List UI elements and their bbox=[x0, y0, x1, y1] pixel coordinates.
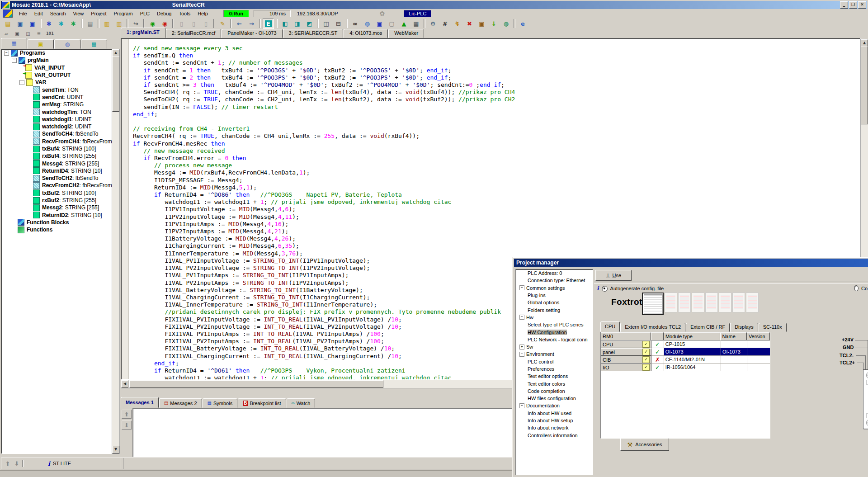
pm-tree-item[interactable]: Connection type: Ethernet bbox=[516, 277, 593, 284]
pm-tree-item[interactable]: PLC Network - logical conn bbox=[516, 336, 593, 343]
save-all-icon[interactable]: ▣ bbox=[27, 18, 38, 29]
editor-tab[interactable]: 2: SerialRecCR.mcf bbox=[166, 29, 222, 38]
message-tab[interactable]: ▦Symbols bbox=[203, 398, 238, 408]
next-doc-icon[interactable]: → bbox=[246, 18, 257, 29]
tree-item[interactable]: RecvFromCH4 : fbRecvFrom bbox=[1, 138, 113, 145]
menu-debug[interactable]: Debug bbox=[153, 10, 175, 17]
pm-tree-item[interactable]: −Common settings bbox=[516, 284, 593, 292]
messages-output[interactable] bbox=[132, 408, 514, 457]
pm-tree-item[interactable]: −Environment bbox=[516, 350, 593, 358]
maximize-button[interactable]: ❐ bbox=[849, 1, 857, 9]
tab-programs[interactable]: ▦ bbox=[1, 38, 27, 49]
edit-pencil-icon[interactable]: ✎ bbox=[217, 18, 228, 29]
tree-item[interactable]: txBuf4 : STRING [100] bbox=[1, 145, 113, 152]
tree-item[interactable]: txBuf2 : STRING [100] bbox=[1, 189, 113, 197]
pm-tree-item[interactable]: Plug-ins bbox=[516, 292, 593, 299]
autogenerate-radio[interactable] bbox=[602, 286, 608, 292]
message-up-icon[interactable]: ⬆ bbox=[122, 410, 132, 419]
expander-icon[interactable]: − bbox=[12, 58, 17, 63]
oi1073-module-image[interactable]: OI-1073 bbox=[863, 369, 868, 429]
window-gray-icon[interactable]: ▢ bbox=[386, 18, 397, 29]
pm-tree-item[interactable]: Info about HW used bbox=[516, 410, 593, 417]
editor-view-split-icon[interactable]: ◩ bbox=[304, 18, 315, 29]
editor-view-decl-icon[interactable]: ◧ bbox=[279, 18, 291, 29]
hw-table-row[interactable]: I/O✓✓IR-1056/1064 bbox=[601, 364, 770, 371]
menu-search[interactable]: Search bbox=[47, 10, 70, 17]
step-over-icon[interactable]: ▯ bbox=[188, 18, 199, 29]
hw-table-row[interactable]: CPU✓✓CP-1015 bbox=[601, 340, 770, 348]
window-copy-icon[interactable]: ▣ bbox=[12, 29, 22, 38]
scroll-up-icon[interactable]: ▲ bbox=[112, 49, 119, 57]
online-globe-icon[interactable]: ◍ bbox=[362, 18, 373, 29]
tree-item[interactable]: VAR_INPUT bbox=[1, 64, 113, 71]
hw-tab[interactable]: CPU bbox=[600, 321, 620, 332]
project-manager-title[interactable]: Project manager bbox=[514, 259, 868, 267]
save-icon[interactable]: ▣ bbox=[14, 18, 26, 29]
open-project-icon[interactable]: ▤ bbox=[2, 18, 14, 29]
find-icon[interactable]: ∞ bbox=[349, 18, 361, 29]
scroll-down-icon[interactable]: ▼ bbox=[112, 446, 119, 453]
message-down-icon[interactable]: ⬇ bbox=[122, 420, 132, 430]
new-document-icon[interactable]: ▤ bbox=[85, 18, 96, 29]
tree-item[interactable]: −Programs bbox=[1, 49, 113, 57]
table-header[interactable]: Version bbox=[747, 332, 770, 340]
pm-tree-item[interactable]: Text editor colors bbox=[516, 380, 593, 387]
cpu-module-image[interactable] bbox=[642, 293, 664, 315]
module-checkbox[interactable]: ✓ bbox=[642, 364, 650, 371]
tab-pou-list[interactable]: ▣ bbox=[28, 39, 54, 49]
pm-tree-item[interactable]: Code completion bbox=[516, 387, 593, 395]
window-tile-icon[interactable]: ◫ bbox=[23, 29, 33, 38]
pm-tree-item[interactable]: Preferences bbox=[516, 365, 593, 373]
tree-item[interactable]: rxBuf2 : STRING [255] bbox=[1, 197, 113, 204]
pm-tree-item[interactable]: −Documentation bbox=[516, 402, 593, 409]
grid-icon[interactable]: ▦ bbox=[410, 18, 422, 29]
hw-table-row[interactable]: CIB✓✗CF-1140/MI2-01N bbox=[601, 356, 770, 364]
scroll-left-icon[interactable]: ◀ bbox=[121, 380, 128, 388]
tree-item[interactable]: −VAR bbox=[1, 79, 113, 86]
pm-tree-item[interactable]: Global options bbox=[516, 299, 593, 306]
table-header[interactable] bbox=[651, 332, 664, 340]
expander-icon[interactable]: − bbox=[519, 315, 524, 320]
pm-tree-item[interactable]: Text editor options bbox=[516, 373, 593, 380]
accessories-button[interactable]: ⚒ Accessories bbox=[620, 438, 669, 451]
tree-item[interactable]: −prgMain bbox=[1, 57, 113, 64]
module-thumbnail[interactable] bbox=[746, 293, 759, 312]
menu-project[interactable]: Project bbox=[87, 10, 110, 17]
editor-tab[interactable]: 4: OI1073.mos bbox=[344, 29, 388, 38]
io-console-icon[interactable]: ▣ bbox=[476, 18, 487, 29]
title-bar[interactable]: Mosaic 2018.1 - C:\MosaicApp\ SerialRecC… bbox=[1, 1, 867, 9]
menu-edit[interactable]: Edit bbox=[31, 10, 47, 17]
open-group-icon[interactable]: ▥ bbox=[101, 18, 113, 29]
tree-item[interactable]: ReturnID4 : STRING [10] bbox=[1, 167, 113, 175]
output-list-icon[interactable]: ≡ bbox=[34, 29, 44, 38]
scroll-up-icon[interactable]: ▲ bbox=[861, 39, 868, 47]
message-tab[interactable]: Messages 1 bbox=[121, 397, 159, 408]
st-editor-icon[interactable]: E bbox=[263, 18, 274, 29]
tree-item[interactable]: sendTim : TON bbox=[1, 86, 113, 93]
step-out-icon[interactable]: ▯ bbox=[200, 18, 212, 29]
expander-icon[interactable]: − bbox=[4, 51, 9, 56]
tree-item[interactable]: watchdogTim : TON bbox=[1, 108, 113, 115]
expander-icon[interactable]: − bbox=[519, 352, 524, 357]
tree-item[interactable]: errMsg : STRING bbox=[1, 101, 113, 108]
close-button[interactable]: ✕ bbox=[858, 1, 866, 9]
tree-item[interactable]: watchdogI2 : UDINT bbox=[1, 123, 113, 130]
use-button[interactable]: ⊥ Use bbox=[595, 270, 632, 281]
tree-item[interactable]: ReturnID2 : STRING [10] bbox=[1, 212, 113, 219]
tree-item[interactable]: SendToCH4 : fbSendTo bbox=[1, 130, 113, 137]
nav-down-icon[interactable]: ⬇ bbox=[12, 459, 21, 468]
menu-tools[interactable]: Tools bbox=[175, 10, 194, 17]
web-browser-icon[interactable]: e bbox=[517, 18, 528, 29]
project-tree-scrollbar[interactable]: ▲ ▼ bbox=[112, 49, 120, 454]
prev-doc-icon[interactable]: ← bbox=[234, 18, 245, 29]
close-windows-icon[interactable]: ✖ bbox=[464, 18, 475, 29]
force-values-icon[interactable]: ↯ bbox=[452, 18, 463, 29]
pm-tree-item[interactable]: Folders setting bbox=[516, 306, 593, 313]
download-icon[interactable]: ↓ bbox=[488, 18, 500, 29]
editor-tab[interactable]: PanelMaker - OI-1073 bbox=[222, 29, 282, 38]
step-into-icon[interactable]: ▯ bbox=[176, 18, 187, 29]
tab-hardware[interactable]: ▩ bbox=[81, 39, 107, 49]
table-header[interactable]: RM0 bbox=[601, 332, 651, 340]
pm-tree-item[interactable]: PLC control bbox=[516, 358, 593, 365]
tree-item[interactable]: SendToCH2 : fbSendTo bbox=[1, 175, 113, 182]
